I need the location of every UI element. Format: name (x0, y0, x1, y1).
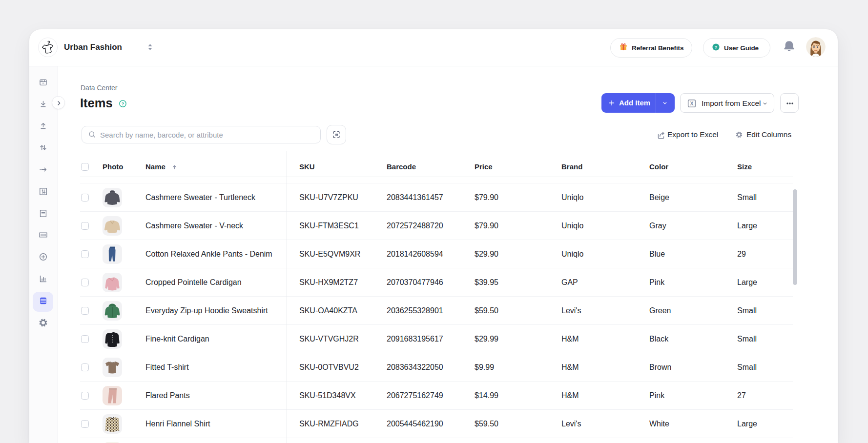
svg-text:X: X (690, 100, 693, 106)
svg-text:?: ? (715, 44, 717, 49)
svg-text:?: ? (122, 101, 124, 106)
